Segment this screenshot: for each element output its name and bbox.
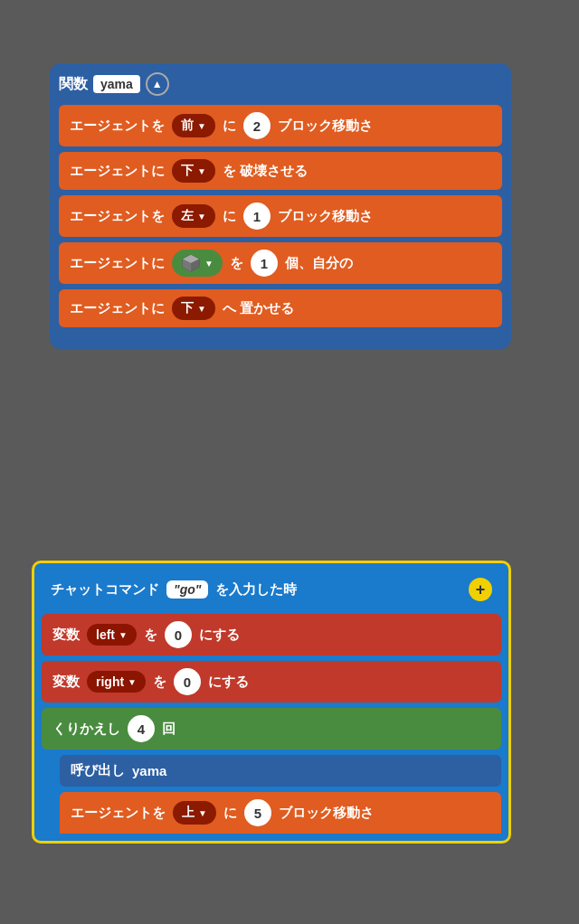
chat-command-badge[interactable]: "go" xyxy=(166,580,208,599)
block-text-wo: を xyxy=(230,255,243,272)
call-name: yama xyxy=(132,763,166,778)
block-text-place2: へ 置かせる xyxy=(223,300,294,317)
move-forward-block: エージェントを 前 ▼ に 2 ブロック移動さ xyxy=(59,105,502,146)
block-text-place: 個、自分の xyxy=(285,255,353,272)
chevron-up-icon: ▲ xyxy=(152,78,163,90)
var-text-nisuru: にする xyxy=(208,674,249,691)
call-label: 呼び出し xyxy=(71,762,125,779)
dropdown-arrow-icon: ▼ xyxy=(197,166,206,176)
block-text-ni: に xyxy=(223,118,236,135)
block-text: エージェントを xyxy=(70,118,165,135)
var-right-dropdown[interactable]: right ▼ xyxy=(87,671,146,693)
cube-dropdown[interactable]: ▼ xyxy=(172,250,223,277)
dropdown-arrow-icon: ▼ xyxy=(197,121,206,131)
block-text-move: ブロック移動さ xyxy=(278,118,373,135)
var-left-block: 変数 left ▼ を 0 にする xyxy=(42,614,501,655)
direction-dropdown-mae[interactable]: 前 ▼ xyxy=(172,114,215,137)
block-text-ni: に xyxy=(223,208,236,225)
var-text-wo: を xyxy=(153,674,166,691)
var-text-nisuru: にする xyxy=(199,627,240,644)
place-block: エージェントに ▼ を 1 個、自分の xyxy=(59,242,502,284)
chat-label: チャットコマンド xyxy=(51,581,159,599)
dropdown-arrow-icon: ▼ xyxy=(119,630,128,640)
function-block: 関数 yama ▲ エージェントを 前 ▼ に 2 ブロック移動さ エージェント… xyxy=(50,63,511,349)
move-count-5[interactable]: 5 xyxy=(244,799,271,826)
chat-text-middle: を入力した時 xyxy=(215,581,297,599)
function-name-badge: yama xyxy=(93,75,140,93)
direction-dropdown-shita2[interactable]: 下 ▼ xyxy=(172,297,215,320)
dropdown-arrow-icon: ▼ xyxy=(198,808,207,818)
loop-block: くりかえし 4 回 xyxy=(42,708,501,750)
block-text-ni: に xyxy=(223,805,237,822)
var-right-block: 変数 right ▼ を 0 にする xyxy=(42,661,501,702)
dropdown-arrow-icon: ▼ xyxy=(204,259,214,269)
direction-dropdown-ue[interactable]: 上 ▼ xyxy=(173,801,216,825)
block-text: エージェントを xyxy=(70,208,165,225)
block-text: エージェントに xyxy=(70,163,165,180)
function-label: 関数 xyxy=(59,75,88,94)
call-block: 呼び出し yama xyxy=(60,755,501,787)
move-left-block: エージェントを 左 ▼ に 1 ブロック移動さ xyxy=(59,195,502,237)
chevron-up-button[interactable]: ▲ xyxy=(146,72,169,96)
block-text-break: を 破壊させる xyxy=(223,163,308,180)
direction-dropdown-shita[interactable]: 下 ▼ xyxy=(172,159,215,183)
cube-icon xyxy=(181,253,201,273)
put-block: エージェントに 下 ▼ へ 置かせる xyxy=(59,289,502,327)
function-header: 関数 yama ▲ xyxy=(59,72,502,96)
block-text: エージェントを xyxy=(71,805,166,822)
var-left-dropdown[interactable]: left ▼ xyxy=(87,624,137,646)
dropdown-arrow-icon: ▼ xyxy=(197,304,206,314)
var-left-value[interactable]: 0 xyxy=(165,621,192,648)
break-block: エージェントに 下 ▼ を 破壊させる xyxy=(59,152,502,190)
loop-text-kai: 回 xyxy=(162,721,176,738)
block-text-move: ブロック移動さ xyxy=(278,208,373,225)
block-text-move: ブロック移動さ xyxy=(279,805,374,822)
var-text-wo: を xyxy=(144,627,157,644)
move-count-2[interactable]: 2 xyxy=(243,112,271,139)
plus-icon: + xyxy=(476,580,486,599)
block-text: エージェントに xyxy=(70,300,165,317)
loop-label: くりかえし xyxy=(52,721,120,738)
var-label: 変数 xyxy=(52,627,80,644)
direction-dropdown-hidari[interactable]: 左 ▼ xyxy=(172,204,215,228)
dropdown-arrow-icon: ▼ xyxy=(128,677,137,687)
loop-count[interactable]: 4 xyxy=(128,715,155,742)
place-count-1[interactable]: 1 xyxy=(251,250,278,277)
chat-command-container: チャットコマンド "go" を入力した時 + 変数 left ▼ を 0 にする… xyxy=(32,561,511,844)
move-up-block: エージェントを 上 ▼ に 5 ブロック移動さ xyxy=(60,792,501,834)
var-label: 変数 xyxy=(52,674,80,691)
block-text: エージェントに xyxy=(70,255,165,272)
add-block-button[interactable]: + xyxy=(469,578,492,601)
move-count-1[interactable]: 1 xyxy=(243,203,271,230)
var-right-value[interactable]: 0 xyxy=(174,668,201,695)
chat-header: チャットコマンド "go" を入力した時 + xyxy=(42,570,501,608)
dropdown-arrow-icon: ▼ xyxy=(197,212,206,222)
